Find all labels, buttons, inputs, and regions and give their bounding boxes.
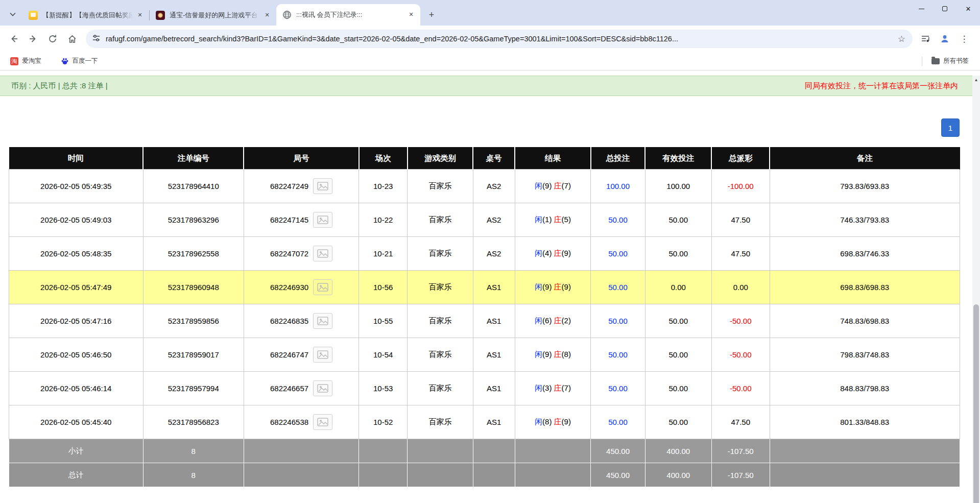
cell-payout: -50.00	[711, 304, 770, 338]
tab-tongbao[interactable]: 通宝-信誉最好的网上游戏平台 ✕	[150, 5, 276, 26]
total-bet-link[interactable]: 50.00	[608, 384, 628, 393]
bet-record-table: 时间 注单编号 局号 场次 游戏类别 桌号 结果 总投注 有效投注 总派彩 备注…	[9, 147, 960, 487]
total-bet-link[interactable]: 50.00	[608, 215, 628, 224]
tab-search-chevron-icon[interactable]	[5, 5, 20, 23]
bet-table-body: 2026-02-05 05:49:35523178964410682247249…	[9, 170, 960, 439]
round-number: 682246538	[270, 418, 308, 426]
scrollbar-up-arrow-icon[interactable]: ▲	[972, 76, 980, 84]
bet-row: 2026-02-05 05:45:40523178956823682246538…	[9, 405, 960, 439]
bookmark-baidu[interactable]: 百度一下	[58, 55, 101, 68]
round-replay-image-icon[interactable]	[313, 380, 332, 396]
bet-row: 2026-02-05 05:47:49523178960948682246930…	[9, 271, 960, 304]
total-empty-game-type	[408, 463, 473, 487]
browser-menu-kebab-icon[interactable]: ⋮	[955, 30, 973, 47]
media-controls-icon[interactable]	[917, 30, 934, 47]
cell-game-type: 百家乐	[408, 338, 473, 372]
new-tab-button[interactable]: +	[424, 8, 439, 22]
forward-button[interactable]	[25, 30, 42, 47]
tab-haiyan-forum[interactable]: 【新提醒】【海燕优质回帖奖励 ✕	[22, 5, 149, 26]
header-table-no: 桌号	[473, 148, 515, 170]
cell-game-type: 百家乐	[408, 170, 473, 203]
round-replay-image-icon[interactable]	[313, 279, 332, 295]
total-bet-link[interactable]: 100.00	[606, 182, 630, 190]
subtotal-empty-round-id	[244, 439, 358, 463]
back-button[interactable]	[5, 30, 22, 47]
scrollbar-thumb[interactable]	[973, 304, 979, 503]
round-replay-image-icon[interactable]	[313, 414, 332, 430]
window-minimize-button[interactable]	[910, 0, 933, 17]
total-bet-link[interactable]: 50.00	[608, 317, 628, 325]
result-banker-label: 庄	[554, 316, 562, 325]
total-empty-session	[359, 463, 408, 487]
cell-time: 2026-02-05 05:47:49	[9, 271, 144, 304]
cell-game-type: 百家乐	[408, 237, 473, 271]
header-session: 场次	[359, 148, 408, 170]
result-banker-label: 庄	[554, 417, 562, 426]
total-bet-link[interactable]: 50.00	[608, 418, 628, 426]
folder-icon	[931, 58, 940, 64]
all-bookmarks-button[interactable]: 所有书签	[928, 55, 972, 68]
window-close-button[interactable]: ✕	[957, 0, 980, 17]
vertical-scrollbar[interactable]: ▲	[972, 76, 980, 503]
header-result: 结果	[515, 148, 591, 170]
subtotal-payout: -107.50	[711, 439, 770, 463]
round-replay-image-icon[interactable]	[313, 212, 332, 228]
cell-note: 798.83/748.83	[770, 338, 960, 372]
baidu-paw-icon	[61, 57, 69, 65]
subtotal-total-bet: 450.00	[591, 439, 645, 463]
bet-table-footer: 小计8450.00400.00-107.50总计8450.00400.00-10…	[9, 439, 960, 487]
result-banker-label: 庄	[554, 249, 562, 257]
total-payout: -107.50	[711, 463, 770, 487]
round-replay-image-icon[interactable]	[313, 246, 332, 261]
browser-toolbar: rafugf.com/game/betrecord_search/kind3?B…	[0, 26, 980, 52]
cell-session: 10-22	[359, 203, 408, 237]
cell-game-type: 百家乐	[408, 271, 473, 304]
total-bet-link[interactable]: 50.00	[608, 249, 628, 258]
cell-time: 2026-02-05 05:49:35	[9, 170, 144, 203]
cell-valid-bet: 50.00	[645, 372, 711, 405]
cell-time: 2026-02-05 05:45:40	[9, 405, 144, 439]
bookmark-star-icon[interactable]: ☆	[896, 34, 907, 44]
taobao-icon: 淘	[10, 57, 18, 65]
site-settings-tune-icon[interactable]	[92, 34, 101, 44]
result-player-label: 闲	[535, 417, 542, 426]
cell-result: 闲(3) 庄(7)	[515, 372, 591, 405]
round-number: 682246657	[270, 384, 308, 393]
round-replay-image-icon[interactable]	[313, 313, 332, 329]
tab-close-icon[interactable]: ✕	[136, 11, 144, 19]
cell-time: 2026-02-05 05:47:16	[9, 304, 144, 338]
total-bet-link[interactable]: 50.00	[608, 283, 628, 292]
window-maximize-button[interactable]	[933, 0, 957, 17]
result-player-label: 闲	[535, 181, 542, 190]
home-button[interactable]	[63, 30, 81, 47]
cell-table-no: AS1	[473, 271, 515, 304]
globe-favicon-icon	[282, 10, 292, 19]
subtotal-label: 小计	[9, 439, 144, 463]
cell-valid-bet: 50.00	[645, 304, 711, 338]
profile-avatar-icon[interactable]	[936, 30, 953, 47]
cell-round-id: 682246835	[244, 304, 358, 338]
cell-round-id: 682247145	[244, 203, 358, 237]
table-header-row: 时间 注单编号 局号 场次 游戏类别 桌号 结果 总投注 有效投注 总派彩 备注	[9, 148, 960, 170]
cell-total-bet: 50.00	[591, 271, 645, 304]
cell-payout: 47.50	[711, 405, 770, 439]
address-bar[interactable]: rafugf.com/game/betrecord_search/kind3?B…	[86, 30, 913, 48]
cell-table-no: AS1	[473, 372, 515, 405]
bookmark-taobao[interactable]: 淘 爱淘宝	[7, 55, 44, 68]
cell-valid-bet: 50.00	[645, 338, 711, 372]
tab-close-icon[interactable]: ✕	[407, 11, 415, 19]
bet-row: 2026-02-05 05:47:16523178959856682246835…	[9, 304, 960, 338]
round-replay-image-icon[interactable]	[313, 347, 332, 363]
round-replay-image-icon[interactable]	[313, 178, 332, 194]
reload-button[interactable]	[44, 30, 61, 47]
url-text[interactable]: rafugf.com/game/betrecord_search/kind3?B…	[106, 35, 896, 43]
cell-valid-bet: 50.00	[645, 237, 711, 271]
bet-row: 2026-02-05 05:46:50523178959017682246747…	[9, 338, 960, 372]
page-1-button[interactable]: 1	[941, 118, 960, 137]
result-banker-label: 庄	[554, 181, 562, 190]
tab-close-icon[interactable]: ✕	[263, 11, 271, 19]
cell-round-id: 682246747	[244, 338, 358, 372]
total-bet-link[interactable]: 50.00	[608, 350, 628, 359]
cell-total-bet: 50.00	[591, 338, 645, 372]
tab-bet-record-active[interactable]: :::视讯 会员下注纪录::: ✕	[276, 4, 420, 26]
